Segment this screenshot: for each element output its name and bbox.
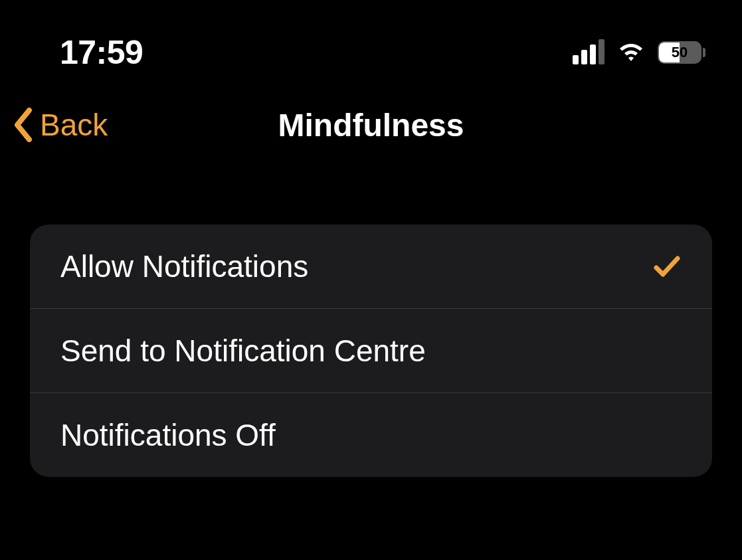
page-title: Mindfulness <box>0 107 742 143</box>
battery-percent-text: 50 <box>659 43 700 62</box>
nav-bar: Back Mindfulness <box>0 98 742 171</box>
option-label: Send to Notification Centre <box>60 333 426 369</box>
status-indicators: 50 <box>573 41 705 64</box>
chevron-left-icon <box>13 108 33 142</box>
wifi-icon <box>616 41 646 64</box>
status-bar: 17:59 50 <box>0 0 742 98</box>
notification-options-list: Allow Notifications Send to Notification… <box>30 225 712 477</box>
option-label: Allow Notifications <box>60 248 308 284</box>
battery-icon: 50 <box>658 41 705 64</box>
cellular-signal-icon <box>573 41 604 64</box>
option-allow-notifications[interactable]: Allow Notifications <box>30 225 712 309</box>
option-label: Notifications Off <box>60 417 276 453</box>
back-label: Back <box>40 107 108 143</box>
option-notifications-off[interactable]: Notifications Off <box>30 393 712 477</box>
back-button[interactable]: Back <box>13 107 108 143</box>
option-send-to-notification-centre[interactable]: Send to Notification Centre <box>30 309 712 393</box>
checkmark-icon <box>652 252 682 281</box>
status-time: 17:59 <box>60 33 143 72</box>
